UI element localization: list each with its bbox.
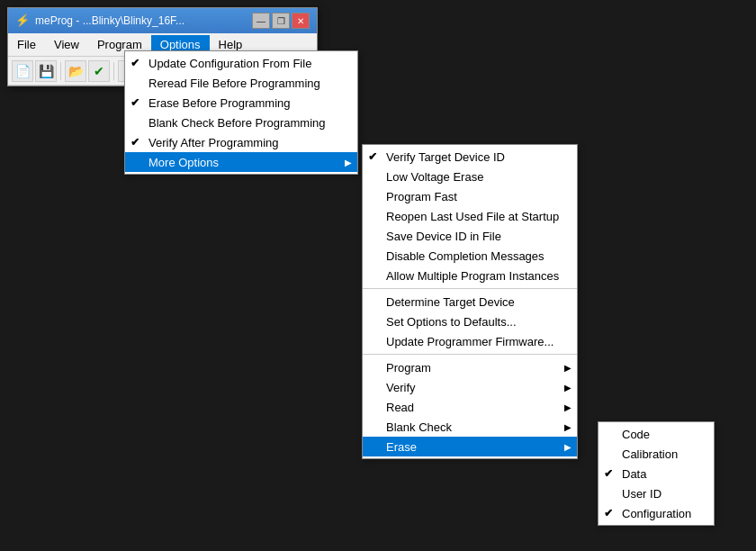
menu-item-blank-check-sub[interactable]: Blank Check ▶ — [363, 417, 577, 437]
app-icon: ⚡ — [15, 14, 30, 28]
window-title: meProg - ...Blinky\Blinky_16F... — [35, 14, 184, 27]
menu-item-erase-sub[interactable]: Erase ▶ — [363, 437, 577, 456]
menu-item-code[interactable]: Code — [598, 424, 714, 444]
program-sub-arrow: ▶ — [564, 363, 572, 373]
menu-item-blank-check[interactable]: Blank Check Before Programming — [125, 113, 357, 132]
menu-item-reopen-last[interactable]: Reopen Last Used File at Startup — [363, 206, 577, 226]
menu-item-verify-after[interactable]: ✔ Verify After Programming — [125, 132, 357, 152]
menu-item-reread-file[interactable]: Reread File Before Programming — [125, 73, 357, 93]
toolbar-new[interactable]: 📄 — [12, 60, 33, 82]
blank-check-sub-arrow: ▶ — [564, 422, 572, 432]
toolbar-separator-2 — [113, 62, 114, 80]
menu-file[interactable]: File — [8, 35, 45, 54]
options-menu: ✔ Update Configuration From File Reread … — [124, 50, 358, 175]
menu-item-save-device-id[interactable]: Save Device ID in File — [363, 226, 577, 246]
toolbar-save[interactable]: 💾 — [35, 60, 57, 82]
erase-sub-arrow: ▶ — [564, 442, 572, 452]
menu-item-verify-sub[interactable]: Verify ▶ — [363, 377, 577, 397]
toolbar-open[interactable]: 📂 — [65, 60, 86, 82]
menu-item-more-options[interactable]: More Options ▶ — [125, 152, 357, 172]
toolbar-separator-1 — [60, 62, 61, 80]
menu-item-erase-before[interactable]: ✔ Erase Before Programming — [125, 93, 357, 113]
separator-1 — [363, 288, 577, 289]
menu-view[interactable]: View — [45, 35, 88, 54]
menu-item-verify-target[interactable]: ✔ Verify Target Device ID — [363, 147, 577, 167]
checkmark-erase-before: ✔ — [130, 96, 140, 109]
erase-submenu: Code Calibration ✔ Data User ID ✔ Config… — [598, 421, 715, 526]
title-bar-left: ⚡ meProg - ...Blinky\Blinky_16F... — [15, 14, 184, 28]
checkmark-data: ✔ — [604, 467, 613, 480]
minimize-button[interactable]: — — [252, 13, 270, 29]
menu-item-update-config[interactable]: ✔ Update Configuration From File — [125, 53, 357, 73]
separator-2 — [363, 354, 577, 355]
verify-sub-arrow: ▶ — [564, 383, 572, 393]
menu-item-allow-multiple[interactable]: Allow Multiple Program Instances — [363, 266, 577, 285]
toolbar-check[interactable]: ✔ — [88, 60, 110, 82]
restore-button[interactable]: ❐ — [272, 13, 290, 29]
more-options-arrow: ▶ — [345, 158, 352, 167]
menu-item-program-sub[interactable]: Program ▶ — [363, 357, 577, 377]
menu-item-disable-completion[interactable]: Disable Completion Messages — [363, 246, 577, 266]
menu-item-update-firmware[interactable]: Update Programmer Firmware... — [363, 331, 577, 351]
checkmark-update-config: ✔ — [130, 57, 140, 69]
menu-item-configuration[interactable]: ✔ Configuration — [598, 503, 714, 523]
menu-item-user-id[interactable]: User ID — [598, 483, 714, 503]
checkmark-verify-target: ✔ — [368, 150, 377, 163]
title-bar: ⚡ meProg - ...Blinky\Blinky_16F... — ❐ ✕ — [8, 8, 317, 33]
title-buttons: — ❐ ✕ — [252, 13, 310, 29]
checkmark-configuration: ✔ — [604, 507, 613, 519]
menu-item-determine-target[interactable]: Determine Target Device — [363, 292, 577, 312]
more-options-submenu: ✔ Verify Target Device ID Low Voltage Er… — [362, 144, 578, 459]
menu-item-set-options[interactable]: Set Options to Defaults... — [363, 312, 577, 331]
menu-item-data[interactable]: ✔ Data — [598, 464, 714, 483]
menu-item-calibration[interactable]: Calibration — [598, 444, 714, 464]
menu-item-low-voltage[interactable]: Low Voltage Erase — [363, 167, 577, 186]
menu-item-program-fast[interactable]: Program Fast — [363, 186, 577, 206]
close-button[interactable]: ✕ — [292, 13, 310, 29]
read-sub-arrow: ▶ — [564, 402, 572, 412]
checkmark-verify-after: ✔ — [130, 136, 140, 149]
menu-item-read-sub[interactable]: Read ▶ — [363, 397, 577, 417]
